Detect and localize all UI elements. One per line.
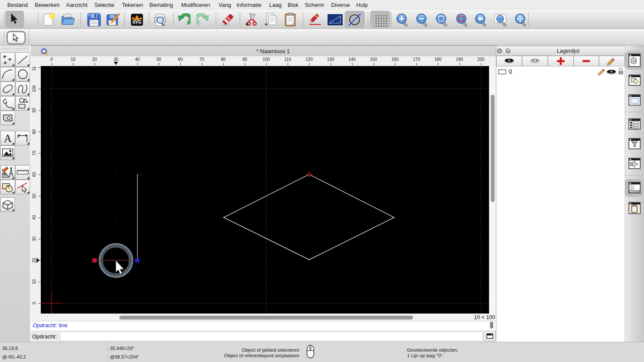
svg-text:c ommand: c ommand [631,190,640,193]
svg-text:SVG: SVG [132,20,141,24]
svg-text:+: + [264,21,268,27]
svg-text:A: A [4,133,12,144]
svg-text:+: + [245,21,249,27]
